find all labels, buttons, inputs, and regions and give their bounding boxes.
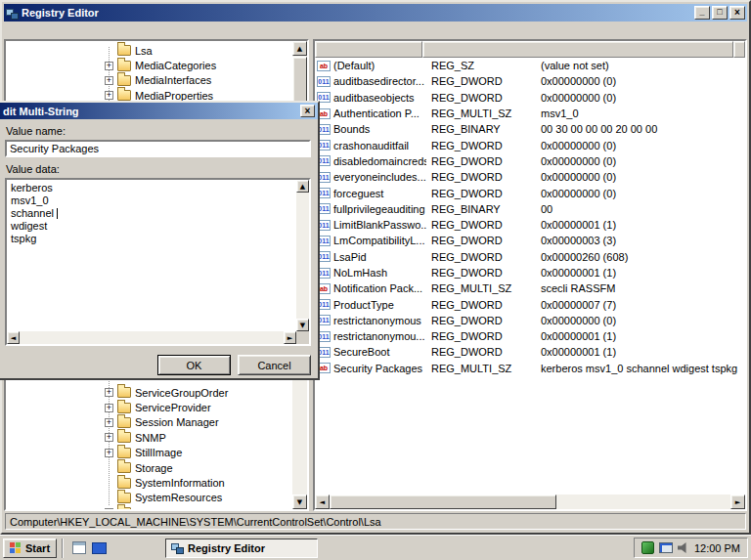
folder-icon [117, 432, 131, 443]
tree-item[interactable]: + Session Manager [6, 415, 292, 430]
registry-app-icon [6, 7, 19, 20]
menu-item[interactable] [46, 28, 60, 32]
registry-value-row[interactable]: ab (Default) REG_SZ (value not set) [315, 58, 745, 73]
tree-item[interactable]: SystemResources [6, 491, 292, 505]
registry-value-row[interactable]: 011 SecureBoot REG_DWORD 0x00000001 (1) [315, 344, 745, 360]
expand-toggle-icon[interactable]: + [105, 76, 113, 85]
expand-toggle-icon[interactable]: + [105, 418, 113, 427]
registry-value-row[interactable]: 011 crashonauditfail REG_DWORD 0x0000000… [315, 137, 745, 152]
value-name: LsaPid [333, 251, 367, 263]
folder-icon [117, 507, 131, 511]
column-header[interactable] [733, 41, 745, 58]
value-data: 0x00000260 (608) [534, 251, 745, 263]
value-type: REG_BINARY [426, 203, 534, 215]
registry-value-row[interactable]: 011 ProductType REG_DWORD 0x00000007 (7) [315, 296, 745, 312]
tree-item[interactable]: + SNMP [6, 430, 292, 445]
tree-item-label: StillImage [135, 447, 182, 458]
expand-toggle-icon[interactable]: + [105, 449, 113, 457]
tree-item-label: ServiceProvider [135, 402, 211, 413]
scroll-left-button[interactable]: ◄ [7, 331, 20, 344]
registry-value-row[interactable]: 011 fullprivilegeauditing REG_BINARY 00 [315, 201, 745, 217]
tree-group-bottom: + ServiceGroupOrder + ServiceProvider + … [6, 385, 292, 511]
registry-value-row[interactable]: 011 restrictanonymous REG_DWORD 0x000000… [315, 313, 745, 328]
tree-item-label: Terminal Server [135, 507, 210, 511]
menu-item[interactable] [5, 28, 19, 32]
registry-value-row[interactable]: ab Notification Pack... REG_MULTI_SZ sce… [315, 280, 745, 296]
close-button[interactable]: × [729, 6, 745, 20]
scrollbar-thumb[interactable] [330, 495, 556, 509]
value-data: 0x00000000 (0) [534, 75, 745, 87]
menu-item[interactable] [19, 28, 32, 32]
textarea-horizontal-scrollbar[interactable]: ◄ ► [7, 331, 296, 344]
list-horizontal-scrollbar[interactable]: ◄ ► [315, 495, 745, 509]
registry-value-row[interactable]: 011 forceguest REG_DWORD 0x00000000 (0) [315, 185, 745, 200]
dialog-close-button[interactable]: × [300, 105, 315, 117]
quicklaunch-browser-icon[interactable] [92, 542, 107, 554]
value-type: REG_DWORD [426, 346, 534, 358]
registry-value-row[interactable]: 011 restrictanonymou... REG_DWORD 0x0000… [315, 328, 745, 344]
status-path: Computer\HKEY_LOCAL_MACHINE\SYSTEM\Curre… [5, 513, 746, 530]
value-data: 0x00000001 (1) [534, 330, 745, 342]
column-header[interactable] [422, 41, 733, 58]
registry-value-row[interactable]: ab Security Packages REG_MULTI_SZ kerber… [315, 361, 745, 376]
registry-value-row[interactable]: 011 auditbasedirector... REG_DWORD 0x000… [315, 73, 745, 89]
tray-security-icon[interactable] [641, 541, 654, 554]
taskbar-clock: 12:00 PM [694, 542, 740, 554]
start-button[interactable]: Start [3, 538, 57, 558]
registry-value-row[interactable]: 011 Bounds REG_BINARY 00 30 00 00 00 20 … [315, 121, 745, 137]
tray-display-icon[interactable] [659, 542, 673, 553]
tree-item[interactable]: + ServiceProvider [6, 400, 292, 414]
expand-toggle-icon[interactable]: + [105, 508, 113, 511]
folder-icon [117, 403, 131, 413]
scroll-right-button[interactable]: ► [284, 331, 296, 344]
expand-toggle-icon[interactable]: + [105, 91, 113, 100]
scroll-left-button[interactable]: ◄ [315, 495, 330, 509]
value-data-textarea[interactable]: kerberos msv1_0 schannel wdigest tspkg ▲… [5, 178, 311, 346]
value-name: LmCompatibilityL... [333, 235, 425, 246]
expand-toggle-icon[interactable]: + [105, 433, 113, 442]
registry-value-row[interactable]: 011 auditbaseobjects REG_DWORD 0x0000000… [315, 90, 745, 106]
tree-item[interactable]: + MediaCategories [6, 58, 292, 72]
tree-item[interactable]: + ServiceGroupOrder [6, 385, 292, 400]
expand-toggle-icon[interactable]: + [105, 388, 113, 397]
tree-item[interactable]: + MediaInterfaces [6, 73, 292, 88]
dialog-titlebar[interactable]: dit Multi-String × [0, 103, 318, 119]
ok-button[interactable]: OK [157, 355, 231, 375]
value-type: REG_DWORD [426, 299, 534, 311]
scroll-down-button[interactable]: ▼ [296, 319, 309, 331]
tree-item[interactable]: Storage [6, 460, 292, 475]
registry-value-row[interactable]: 011 NoLmHash REG_DWORD 0x00000001 (1) [315, 265, 745, 280]
tree-item[interactable]: Lsa [6, 43, 292, 58]
menu-item[interactable] [32, 28, 46, 32]
value-name-input[interactable] [5, 140, 311, 157]
registry-value-row[interactable]: ab Authentication P... REG_MULTI_SZ msv1… [315, 106, 745, 121]
window-titlebar[interactable]: Registry Editor _ □ × [4, 4, 747, 22]
minimize-button[interactable]: _ [694, 6, 710, 20]
scroll-up-button[interactable]: ▲ [292, 41, 307, 56]
registry-value-row[interactable]: 011 LimitBlankPasswo... REG_DWORD 0x0000… [315, 217, 745, 233]
scroll-right-button[interactable]: ► [730, 495, 745, 509]
maximize-button[interactable]: □ [712, 6, 728, 20]
value-name: fullprivilegeauditing [333, 203, 425, 215]
registry-value-row[interactable]: 011 everyoneincludes... REG_DWORD 0x0000… [315, 169, 745, 185]
taskbar-task-button[interactable]: Registry Editor [165, 538, 318, 558]
scroll-down-button[interactable]: ▼ [292, 495, 307, 509]
registry-value-row[interactable]: 011 LmCompatibilityL... REG_DWORD 0x0000… [315, 233, 745, 248]
value-name: Authentication P... [333, 108, 420, 119]
column-header[interactable] [315, 41, 422, 58]
textarea-vertical-scrollbar[interactable]: ▲ ▼ [296, 180, 309, 331]
tree-item[interactable]: + Terminal Server [6, 505, 292, 511]
expand-toggle-icon[interactable]: + [105, 404, 113, 412]
value-name-label: Value name: [6, 125, 311, 137]
menu-item[interactable] [60, 28, 73, 32]
scroll-up-button[interactable]: ▲ [296, 180, 309, 193]
registry-value-row[interactable]: 011 LsaPid REG_DWORD 0x00000260 (608) [315, 249, 745, 265]
quicklaunch-show-desktop-icon[interactable] [72, 541, 86, 554]
cancel-button[interactable]: Cancel [238, 355, 311, 375]
expand-toggle-icon[interactable]: + [105, 62, 113, 70]
tree-item[interactable]: + StillImage [6, 446, 292, 460]
value-type: REG_DWORD [426, 219, 534, 231]
tray-volume-icon[interactable] [678, 542, 689, 553]
tree-item[interactable]: SystemInformation [6, 475, 292, 490]
registry-value-row[interactable]: 011 disabledomaincreds REG_DWORD 0x00000… [315, 153, 745, 169]
